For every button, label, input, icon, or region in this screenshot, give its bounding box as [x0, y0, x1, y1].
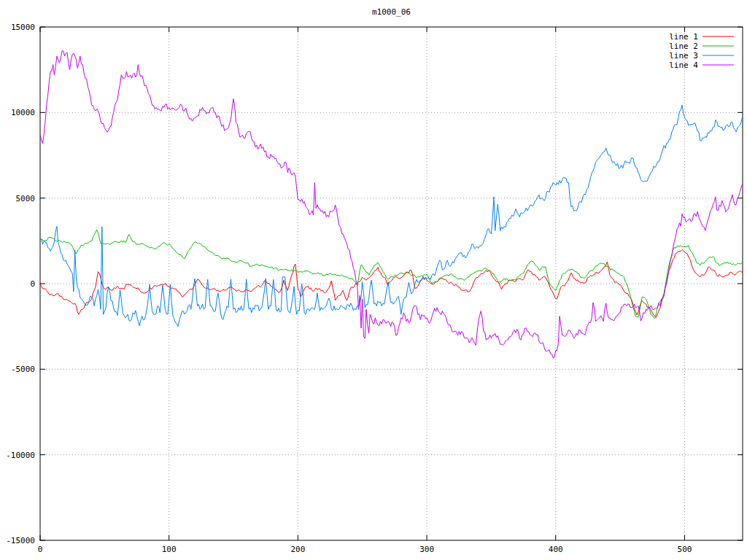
grid	[40, 27, 743, 540]
series-line-4	[40, 51, 743, 358]
x-axis-tick-label: 500	[678, 545, 692, 554]
x-axis-tick-label: 400	[549, 545, 563, 554]
series-line-2	[40, 230, 743, 319]
y-axis-tick-label: 5000	[16, 194, 36, 203]
legend-label-line-4: line 4	[669, 61, 698, 70]
y-axis-tick-label: -15000	[6, 536, 35, 545]
y-axis-tick-label: -10000	[6, 451, 35, 460]
legend-label-line-2: line 2	[669, 42, 698, 51]
legend-label-line-1: line 1	[669, 32, 698, 42]
legend: line 1line 2line 3line 4	[669, 32, 734, 70]
x-axis-tick-label: 100	[162, 545, 177, 554]
x-axis-tick-label: 200	[290, 545, 305, 554]
y-axis-tick-label: 10000	[11, 108, 35, 117]
plot-canvas: -15000-10000-500005000100001500001002003…	[0, 0, 747, 560]
x-axis-tick-label: 300	[419, 545, 434, 554]
y-axis-tick-label: 15000	[11, 23, 35, 32]
y-axis-tick-label: -5000	[11, 365, 35, 374]
gnuplot-window: m1000_06 -15000-10000-500005000100001500…	[0, 0, 747, 560]
x-axis-tick-label: 0	[38, 545, 43, 554]
legend-label-line-3: line 3	[669, 51, 698, 61]
y-axis-tick-label: 0	[30, 279, 35, 289]
